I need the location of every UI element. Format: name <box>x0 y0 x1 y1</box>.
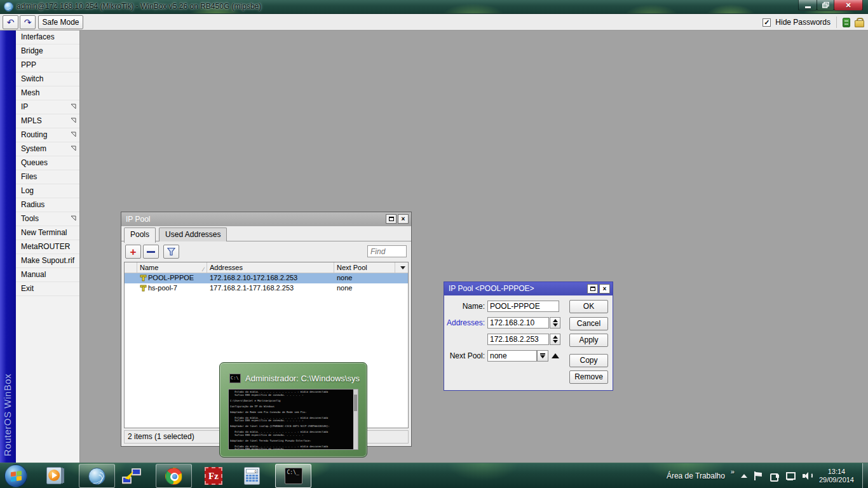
sidebar-item-bridge[interactable]: Bridge <box>16 44 79 58</box>
taskbar-item-calculator[interactable]: 0 <box>244 467 260 485</box>
add-pool-button[interactable]: + <box>125 245 141 259</box>
close-button[interactable]: ✕ <box>834 0 863 11</box>
apply-button[interactable]: Apply <box>569 334 608 347</box>
address-from-spinner[interactable] <box>550 317 560 329</box>
column-flags[interactable] <box>125 262 137 273</box>
taskbar-item-chrome[interactable] <box>156 464 192 488</box>
desktop-toolbar[interactable]: Área de Trabalho » <box>667 471 734 480</box>
cmd-icon: C:\_ <box>285 468 302 484</box>
hide-passwords-checkbox[interactable]: ✓ <box>763 18 771 27</box>
sidebar-item-interfaces[interactable]: Interfaces <box>16 30 79 44</box>
ip-pool-titlebar[interactable]: IP Pool × <box>121 212 411 226</box>
remove-pool-button[interactable] <box>143 245 159 259</box>
safe-mode-button[interactable]: Safe Mode <box>38 15 83 29</box>
remove-button[interactable]: Remove <box>569 370 608 384</box>
clock-time: 13:14 <box>819 468 854 476</box>
main-titlebar[interactable]: admin@172.168.10.254 (MikroTik) - WinBox… <box>0 0 868 14</box>
ok-button[interactable]: OK <box>569 300 608 313</box>
sidebar-item-mpls[interactable]: MPLS <box>16 114 79 128</box>
maximize-icon <box>590 287 595 291</box>
name-field[interactable] <box>487 301 559 312</box>
submenu-arrow-icon <box>70 131 77 138</box>
sidebar-item-manual[interactable]: Manual <box>16 268 79 282</box>
spinner-up-icon <box>553 336 558 339</box>
redo-button[interactable]: ↷ <box>20 15 36 29</box>
ip-pool-close-button[interactable]: × <box>398 214 409 224</box>
taskbar-item-cmd[interactable]: C:\_ <box>275 464 311 488</box>
sidebar-item-label: Log <box>21 186 34 195</box>
dialog-maximize-button[interactable] <box>587 284 598 294</box>
address-to-field[interactable] <box>487 334 549 345</box>
brand-text: RouterOS WinBox <box>2 374 13 456</box>
chevron-down-icon <box>400 266 405 269</box>
row-flag-cell <box>125 283 137 294</box>
chrome-icon <box>165 468 182 485</box>
next-pool-dropdown-button[interactable] <box>537 350 548 362</box>
sidebar-item-new-terminal[interactable]: New Terminal <box>16 226 79 240</box>
sidebar-item-ip[interactable]: IP <box>16 100 79 114</box>
sidebar-item-exit[interactable]: Exit <box>16 282 79 296</box>
toolbar-separator <box>836 17 837 28</box>
sidebar-item-metarouter[interactable]: MetaROUTER <box>16 240 79 254</box>
scrollbar-thumb[interactable] <box>354 395 357 411</box>
address-from-field[interactable] <box>487 317 549 329</box>
collapse-up-arrow-icon[interactable] <box>552 353 559 358</box>
taskbar-clock[interactable]: 13:14 29/09/2014 <box>819 468 854 484</box>
pool-addresses: 177.168.2.1-177.168.2.253 <box>207 283 334 294</box>
console-scrollbar[interactable] <box>353 390 358 449</box>
traffic-indicator-icon <box>843 18 850 27</box>
undo-icon: ↶ <box>7 17 15 27</box>
console-preview[interactable]: Estado da mídia. . . . . . . . . . . . .… <box>228 389 358 450</box>
taskbar-item-filezilla[interactable]: Fz <box>205 467 222 485</box>
pool-next-pool: none <box>334 283 395 294</box>
funnel-icon <box>166 247 176 256</box>
sidebar-item-files[interactable]: Files <box>16 170 79 184</box>
sidebar-item-mesh[interactable]: Mesh <box>16 86 79 100</box>
action-center-flag-icon[interactable] <box>754 471 763 480</box>
sidebar-item-log[interactable]: Log <box>16 184 79 198</box>
column-chooser-button[interactable] <box>398 262 408 273</box>
sidebar-item-queues[interactable]: Queues <box>16 156 79 170</box>
taskbar-item-media-player[interactable] <box>46 467 64 484</box>
sidebar-item-make-supout[interactable]: Make Supout.rif <box>16 254 79 268</box>
minimize-button[interactable] <box>798 0 817 11</box>
column-addresses[interactable]: Addresses <box>207 262 334 273</box>
sidebar-item-routing[interactable]: Routing <box>16 128 79 142</box>
network-tray-icon[interactable] <box>786 472 796 480</box>
column-name[interactable]: Name∕ <box>137 262 207 273</box>
sidebar-item-system[interactable]: System <box>16 142 79 156</box>
taskbar-item-network-connections[interactable] <box>122 468 141 485</box>
sidebar-item-radius[interactable]: Radius <box>16 198 79 212</box>
taskbar-item-winbox[interactable] <box>79 464 115 488</box>
restore-button[interactable] <box>817 0 834 11</box>
column-chooser <box>395 262 408 273</box>
filter-button[interactable] <box>163 245 179 259</box>
column-next-pool[interactable]: Next Pool <box>334 262 395 273</box>
start-button[interactable] <box>4 464 27 487</box>
undo-button[interactable]: ↶ <box>3 15 18 29</box>
item-count-status: 2 items (1 selected) <box>128 432 194 441</box>
ip-pool-maximize-button[interactable] <box>386 214 397 224</box>
table-row-pool-pppoe[interactable]: POOL-PPPOE 172.168.2.10-172.168.2.253 no… <box>125 273 408 283</box>
next-pool-field[interactable] <box>487 350 537 362</box>
find-input[interactable] <box>367 245 407 257</box>
sidebar-item-ppp[interactable]: PPP <box>16 58 79 72</box>
power-plug-icon[interactable] <box>770 471 779 480</box>
speaker-icon[interactable] <box>803 471 812 480</box>
show-hidden-icons-button[interactable] <box>741 474 747 478</box>
show-desktop-button[interactable] <box>862 463 868 488</box>
tab-used-addresses[interactable]: Used Addresses <box>159 227 227 241</box>
secure-session-lock-icon <box>855 18 863 27</box>
sidebar-item-switch[interactable]: Switch <box>16 72 79 86</box>
dialog-titlebar[interactable]: IP Pool <POOL-PPPOE> × <box>444 282 613 295</box>
address-to-spinner[interactable] <box>550 334 560 345</box>
pool-properties-dialog[interactable]: IP Pool <POOL-PPPOE> × Name: Addresses: … <box>444 281 613 391</box>
copy-button[interactable]: Copy <box>569 354 608 367</box>
sidebar-item-label: Radius <box>21 200 44 209</box>
cancel-button[interactable]: Cancel <box>569 317 608 330</box>
dialog-close-button[interactable]: × <box>599 284 610 294</box>
tab-pools[interactable]: Pools <box>124 227 156 243</box>
sidebar-item-tools[interactable]: Tools <box>16 212 79 226</box>
cmd-taskbar-thumbnail[interactable]: C:\ Administrador: C:\Windows\sys... Est… <box>219 362 367 458</box>
table-row-hs-pool-7[interactable]: hs-pool-7 177.168.2.1-177.168.2.253 none <box>125 283 408 294</box>
